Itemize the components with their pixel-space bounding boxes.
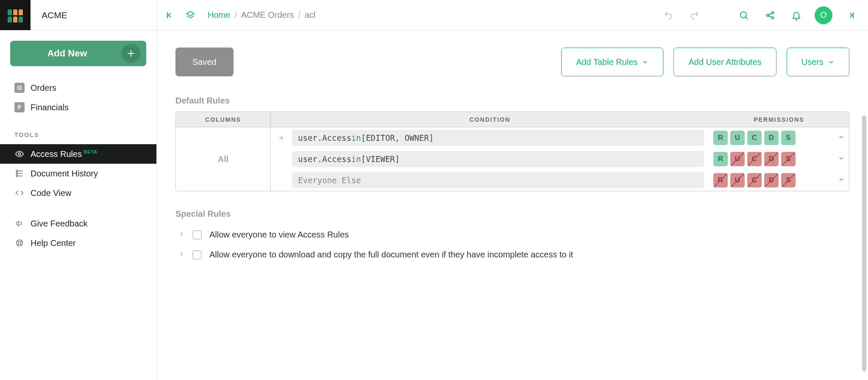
default-rules-table: COLUMNS CONDITION PERMISSIONS All user.A… bbox=[175, 112, 849, 191]
scrollbar[interactable] bbox=[862, 115, 866, 372]
workspace-name[interactable]: ACME bbox=[31, 0, 156, 30]
sidebar-pages: O Orders F Financials bbox=[0, 76, 156, 119]
checkbox[interactable] bbox=[192, 250, 202, 260]
chevron-down-icon[interactable] bbox=[838, 134, 845, 142]
page-initial-icon: O bbox=[14, 83, 25, 93]
avatar[interactable]: O bbox=[815, 6, 832, 24]
condition-cell[interactable]: user.Access in [VIEWER] bbox=[292, 151, 704, 167]
page-initial-icon: F bbox=[14, 102, 25, 112]
chevron-down-icon[interactable] bbox=[838, 176, 845, 185]
users-button[interactable]: Users bbox=[787, 48, 849, 76]
columns-all-label: All bbox=[176, 127, 271, 191]
permissions-cell: RUCDS bbox=[709, 152, 849, 166]
sidebar-tools: Access RulesBETA Document History Code V… bbox=[0, 142, 156, 204]
app-logo bbox=[0, 0, 31, 30]
chevron-down-icon bbox=[642, 59, 648, 65]
perm-s[interactable]: S bbox=[781, 152, 796, 166]
special-rule-row: Allow everyone to download and copy the … bbox=[175, 245, 849, 265]
add-new-label: Add New bbox=[13, 48, 122, 59]
sidebar-footer: Give Feedback Help Center bbox=[0, 212, 156, 254]
add-table-rules-button[interactable]: Add Table Rules bbox=[561, 48, 663, 76]
condition-cell[interactable]: Everyone Else bbox=[292, 172, 704, 188]
redo-icon[interactable] bbox=[687, 7, 703, 23]
permissions-cell: RUCDS bbox=[709, 131, 849, 145]
header-condition: CONDITION bbox=[271, 116, 709, 123]
plus-icon bbox=[122, 44, 140, 63]
perm-u[interactable]: U bbox=[730, 173, 745, 187]
perm-s[interactable]: S bbox=[781, 173, 796, 187]
breadcrumb-page: acl bbox=[305, 10, 316, 20]
perm-r[interactable]: R bbox=[713, 131, 728, 145]
default-rules-title: Default Rules bbox=[175, 96, 849, 106]
content-area: Saved Add Table Rules Add User Attribute… bbox=[157, 31, 868, 380]
sidebar-item-label: Financials bbox=[31, 103, 69, 112]
sidebar-item-document-history[interactable]: Document History bbox=[0, 164, 156, 183]
undo-icon[interactable] bbox=[660, 7, 676, 23]
perm-c[interactable]: C bbox=[747, 152, 762, 166]
header-columns: COLUMNS bbox=[176, 112, 271, 127]
svg-point-6 bbox=[740, 12, 746, 18]
pages-icon[interactable] bbox=[182, 7, 198, 23]
sidebar-item-code-view[interactable]: Code View bbox=[0, 183, 156, 203]
perm-d[interactable]: D bbox=[764, 152, 779, 166]
perm-d[interactable]: D bbox=[764, 173, 779, 187]
rule-row: Everyone ElseRUCDS bbox=[271, 170, 849, 191]
add-new-button[interactable]: Add New bbox=[10, 41, 146, 66]
sidebar-item-label: Help Center bbox=[31, 238, 76, 248]
perm-r[interactable]: R bbox=[713, 173, 728, 187]
sidebar-item-label: Access RulesBETA bbox=[31, 149, 97, 159]
perm-d[interactable]: D bbox=[764, 131, 779, 145]
special-rules-title: Special Rules bbox=[175, 209, 849, 219]
tools-heading: TOOLS bbox=[0, 119, 156, 142]
breadcrumb-doc[interactable]: ACME Orders bbox=[241, 10, 294, 20]
search-icon[interactable] bbox=[736, 7, 752, 23]
permissions-cell: RUCDS bbox=[709, 173, 849, 187]
perm-s[interactable]: S bbox=[781, 131, 796, 145]
sidebar-item-help-center[interactable]: Help Center bbox=[0, 233, 156, 253]
topbar: Home / ACME Orders / acl bbox=[157, 0, 868, 31]
chevron-down-icon bbox=[828, 59, 835, 65]
sidebar-item-label: Code View bbox=[31, 188, 71, 198]
add-user-attributes-button[interactable]: Add User Attributes bbox=[673, 48, 776, 76]
sidebar-item-orders[interactable]: O Orders bbox=[0, 78, 156, 98]
collapse-sidebar-icon[interactable] bbox=[162, 7, 178, 23]
bell-icon[interactable] bbox=[788, 7, 804, 23]
help-icon bbox=[14, 238, 25, 248]
chevron-down-icon[interactable] bbox=[838, 155, 845, 164]
svg-rect-2 bbox=[17, 173, 18, 174]
rule-row: user.Access in [VIEWER]RUCDS bbox=[271, 148, 849, 170]
header-permissions: PERMISSIONS bbox=[709, 116, 849, 123]
sidebar-item-give-feedback[interactable]: Give Feedback bbox=[0, 214, 156, 233]
sidebar-item-access-rules[interactable]: Access RulesBETA bbox=[0, 144, 156, 164]
saved-status: Saved bbox=[175, 48, 234, 76]
history-icon bbox=[14, 168, 25, 179]
add-condition-icon[interactable] bbox=[271, 134, 292, 142]
perm-c[interactable]: C bbox=[747, 173, 762, 187]
perm-u[interactable]: U bbox=[730, 152, 745, 166]
chevron-right-icon[interactable] bbox=[178, 230, 185, 240]
sidebar-item-label: Document History bbox=[31, 169, 98, 179]
megaphone-icon bbox=[14, 218, 25, 229]
collapse-right-panel-icon[interactable] bbox=[843, 7, 859, 23]
special-rule-label: Allow everyone to view Access Rules bbox=[209, 230, 349, 240]
sidebar-item-label: Orders bbox=[31, 83, 56, 93]
eye-icon bbox=[14, 149, 25, 159]
condition-cell[interactable]: user.Access in [EDITOR, OWNER] bbox=[292, 130, 704, 146]
sidebar-item-financials[interactable]: F Financials bbox=[0, 98, 156, 117]
svg-point-0 bbox=[18, 153, 21, 155]
rule-row: user.Access in [EDITOR, OWNER]RUCDS bbox=[271, 127, 849, 148]
perm-c[interactable]: C bbox=[747, 131, 762, 145]
breadcrumb-home[interactable]: Home bbox=[208, 10, 230, 20]
svg-rect-1 bbox=[17, 170, 18, 172]
sidebar: ACME Add New O Orders F Financials TOOLS bbox=[0, 0, 157, 380]
share-icon[interactable] bbox=[762, 7, 778, 23]
sidebar-item-label: Give Feedback bbox=[31, 219, 88, 229]
beta-badge: BETA bbox=[83, 149, 97, 154]
perm-u[interactable]: U bbox=[730, 131, 745, 145]
breadcrumb: Home / ACME Orders / acl bbox=[208, 10, 316, 20]
chevron-right-icon[interactable] bbox=[178, 250, 185, 260]
perm-r[interactable]: R bbox=[713, 152, 728, 166]
code-icon bbox=[14, 188, 25, 198]
checkbox[interactable] bbox=[192, 230, 202, 240]
svg-rect-3 bbox=[17, 175, 18, 176]
